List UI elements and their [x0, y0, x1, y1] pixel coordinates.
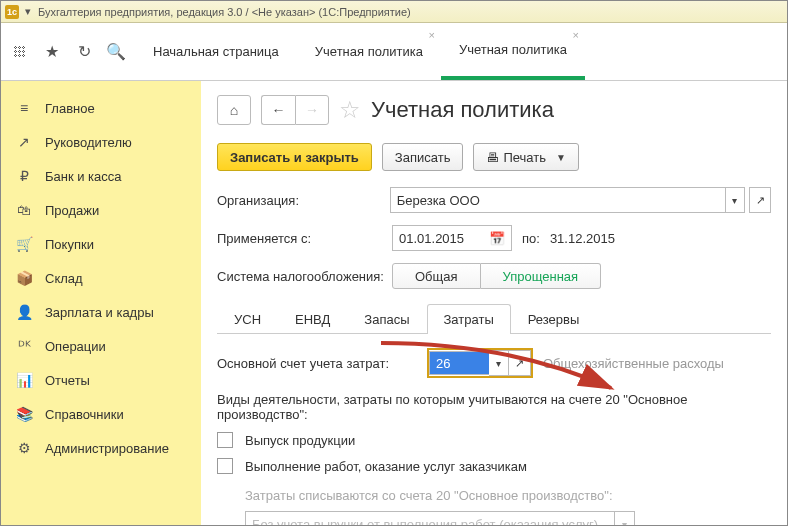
sidebar-item-label: Операции: [45, 339, 106, 354]
forward-button[interactable]: →: [295, 95, 329, 125]
close-icon[interactable]: ×: [428, 29, 434, 41]
sidebar-item-label: Банк и касса: [45, 169, 122, 184]
sidebar-item-sales[interactable]: 🛍Продажи: [1, 193, 201, 227]
sidebar-item-purchases[interactable]: 🛒Покупки: [1, 227, 201, 261]
sidebar-item-main[interactable]: ≡Главное: [1, 91, 201, 125]
checkbox-services[interactable]: [217, 458, 233, 474]
printer-icon: 🖶: [486, 150, 499, 165]
sidebar-item-reports[interactable]: 📊Отчеты: [1, 363, 201, 397]
subtab-usn[interactable]: УСН: [217, 304, 278, 334]
organization-input[interactable]: Березка ООО: [390, 187, 726, 213]
tax-option-general[interactable]: Общая: [392, 263, 481, 289]
nav-back-forward: ← →: [261, 95, 329, 125]
cost-account-input[interactable]: 26: [429, 351, 489, 375]
quick-tools: 𐄡 ★ ↻ 🔍: [1, 23, 135, 80]
sidebar-item-warehouse[interactable]: 📦Склад: [1, 261, 201, 295]
tax-system-label: Система налогообложения:: [217, 269, 392, 284]
search-icon[interactable]: 🔍: [107, 43, 125, 61]
bag-icon: 🛍: [15, 202, 33, 218]
menu-icon: ≡: [15, 100, 33, 116]
apps-icon[interactable]: 𐄡: [11, 43, 29, 61]
sidebar-item-payroll[interactable]: 👤Зарплата и кадры: [1, 295, 201, 329]
writeoff-method-dropdown-button: ▾: [615, 511, 635, 525]
sidebar-item-label: Покупки: [45, 237, 94, 252]
form-subtabs: УСН ЕНВД Запасы Затраты Резервы: [217, 303, 771, 334]
to-value: 31.12.2015: [550, 231, 615, 246]
calendar-icon[interactable]: 📅: [489, 231, 505, 246]
save-and-close-button[interactable]: Записать и закрыть: [217, 143, 372, 171]
field-organization: Организация: Березка ООО ▾ ↗: [217, 187, 771, 213]
checkbox-row-services: Выполнение работ, оказание услуг заказчи…: [217, 458, 771, 474]
box-icon: 📦: [15, 270, 33, 286]
tab-label: Учетная политика: [315, 44, 423, 59]
save-button[interactable]: Записать: [382, 143, 464, 171]
tab-accounting-policy-1[interactable]: Учетная политика ×: [297, 23, 441, 80]
tax-option-simplified[interactable]: Упрощенная: [481, 263, 602, 289]
sidebar-item-label: Отчеты: [45, 373, 90, 388]
applied-from-input[interactable]: 01.01.2015 📅: [392, 225, 512, 251]
chevron-down-icon: ▼: [556, 152, 566, 163]
operations-icon: ᴰᴷ: [15, 338, 33, 354]
sidebar-item-label: Администрирование: [45, 441, 169, 456]
tab-label: Начальная страница: [153, 44, 279, 59]
page-header-row: ⌂ ← → ☆ Учетная политика: [217, 95, 771, 125]
organization-dropdown-button[interactable]: ▾: [726, 187, 746, 213]
favorite-toggle-icon[interactable]: ☆: [339, 96, 361, 124]
sidebar-item-directories[interactable]: 📚Справочники: [1, 397, 201, 431]
close-icon[interactable]: ×: [573, 29, 579, 41]
tab-start-page[interactable]: Начальная страница: [135, 23, 297, 80]
cost-account-highlight: 26 ▾ ↗: [427, 348, 533, 378]
checkbox-row-production: Выпуск продукции: [217, 432, 771, 448]
top-toolbar: 𐄡 ★ ↻ 🔍 Начальная страница Учетная полит…: [1, 23, 787, 81]
checkbox-services-label: Выполнение работ, оказание услуг заказчи…: [245, 459, 527, 474]
cost-account-open-button[interactable]: ↗: [509, 350, 531, 376]
applied-from-label: Применяется с:: [217, 231, 392, 246]
checkbox-production[interactable]: [217, 432, 233, 448]
chart-icon: 📊: [15, 372, 33, 388]
books-icon: 📚: [15, 406, 33, 422]
top-tabs: Начальная страница Учетная политика × Уч…: [135, 23, 787, 80]
sidebar-menu: ≡Главное ↗Руководителю ₽Банк и касса 🛍Пр…: [1, 91, 201, 465]
sidebar-item-bank-cash[interactable]: ₽Банк и касса: [1, 159, 201, 193]
writeoff-method-input: Без учета выручки от выполнения работ (о…: [245, 511, 615, 525]
favorites-icon[interactable]: ★: [43, 43, 61, 61]
tab-accounting-policy-2[interactable]: Учетная политика ×: [441, 23, 585, 80]
activities-label: Виды деятельности, затраты по которым уч…: [217, 392, 771, 422]
tab-label: Учетная политика: [459, 42, 567, 57]
history-icon[interactable]: ↻: [75, 43, 93, 61]
to-label: по:: [522, 231, 540, 246]
organization-open-button[interactable]: ↗: [749, 187, 771, 213]
cost-account-dropdown-button[interactable]: ▾: [489, 350, 509, 376]
subtab-reserves[interactable]: Резервы: [511, 304, 597, 334]
field-applied-from: Применяется с: 01.01.2015 📅 по: 31.12.20…: [217, 225, 771, 251]
field-writeoff-method: Без учета выручки от выполнения работ (о…: [245, 511, 771, 525]
subtab-costs[interactable]: Затраты: [427, 304, 511, 334]
print-button[interactable]: 🖶 Печать ▼: [473, 143, 579, 171]
sidebar-item-manager[interactable]: ↗Руководителю: [1, 125, 201, 159]
checkbox-production-label: Выпуск продукции: [245, 433, 355, 448]
action-buttons-row: Записать и закрыть Записать 🖶 Печать ▼: [217, 143, 771, 171]
window-title: Бухгалтерия предприятия, редакция 3.0 / …: [38, 6, 411, 18]
subtab-stocks[interactable]: Запасы: [347, 304, 426, 334]
sidebar-item-admin[interactable]: ⚙Администрирование: [1, 431, 201, 465]
ruble-icon: ₽: [15, 168, 33, 184]
cost-account-hint: Общехозяйственные расходы: [543, 356, 724, 371]
back-button[interactable]: ←: [261, 95, 295, 125]
page-title: Учетная политика: [371, 97, 554, 123]
cart-icon: 🛒: [15, 236, 33, 252]
sidebar-item-label: Справочники: [45, 407, 124, 422]
sidebar-item-label: Зарплата и кадры: [45, 305, 154, 320]
window-dropdown-icon[interactable]: ▾: [22, 6, 34, 18]
field-cost-account: Основной счет учета затрат: 26 ▾ ↗ Общех…: [217, 348, 771, 378]
sidebar-item-label: Главное: [45, 101, 95, 116]
sidebar-item-operations[interactable]: ᴰᴷОперации: [1, 329, 201, 363]
sidebar: ≡Главное ↗Руководителю ₽Банк и касса 🛍Пр…: [1, 81, 201, 525]
subtab-envd[interactable]: ЕНВД: [278, 304, 347, 334]
home-button[interactable]: ⌂: [217, 95, 251, 125]
trend-icon: ↗: [15, 134, 33, 150]
sidebar-item-label: Склад: [45, 271, 83, 286]
sidebar-item-label: Руководителю: [45, 135, 132, 150]
workspace: ≡Главное ↗Руководителю ₽Банк и касса 🛍Пр…: [1, 81, 787, 525]
print-button-label: Печать: [503, 150, 546, 165]
sidebar-item-label: Продажи: [45, 203, 99, 218]
